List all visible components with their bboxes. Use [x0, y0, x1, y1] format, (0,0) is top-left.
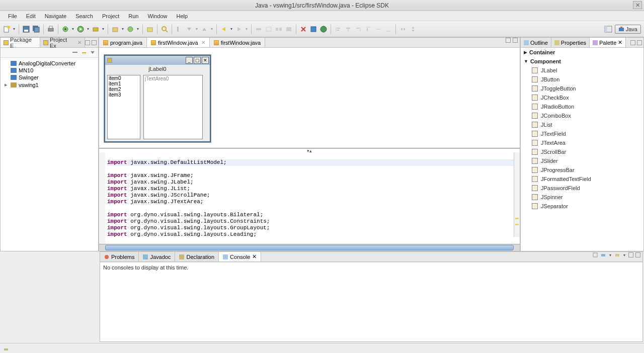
- menu-help[interactable]: Help: [173, 12, 192, 20]
- list-item[interactable]: item1: [108, 81, 140, 86]
- align-left-button[interactable]: [334, 25, 343, 34]
- next-annotation-button[interactable]: [185, 25, 194, 34]
- palette-item-jcombobox[interactable]: JComboBox: [521, 111, 643, 120]
- tb-icon-b[interactable]: [274, 25, 283, 34]
- run-last-button[interactable]: [91, 25, 100, 34]
- back-button[interactable]: [219, 25, 228, 34]
- swing-jlabel0[interactable]: jLabel0: [105, 65, 210, 73]
- palette-item-jpasswordfield[interactable]: JPasswordField: [521, 184, 643, 193]
- open-console-dropdown[interactable]: ▾: [622, 253, 626, 257]
- palette-item-jspinner[interactable]: JSpinner: [521, 193, 643, 202]
- palette-item-jtogglebutton[interactable]: JToggleButton: [521, 84, 643, 93]
- menu-navigate[interactable]: Navigate: [41, 12, 70, 20]
- minimize-panel-button[interactable]: [630, 40, 635, 45]
- window-close-button[interactable]: ✕: [633, 1, 642, 9]
- menu-window[interactable]: Window: [143, 12, 171, 20]
- palette-item-jslider[interactable]: JSlider: [521, 156, 643, 165]
- minimize-panel-button[interactable]: [85, 40, 90, 45]
- menu-search[interactable]: Search: [71, 12, 97, 20]
- toggle-mark-button[interactable]: [175, 25, 184, 34]
- swing-jlist[interactable]: item0 item1 item2 item3: [107, 75, 140, 139]
- open-type-button[interactable]: [145, 25, 154, 34]
- swing-maximize-button[interactable]: ▢: [194, 57, 201, 64]
- align-middle-button[interactable]: [374, 25, 383, 34]
- maximize-editor-button[interactable]: [513, 38, 518, 43]
- horizontal-scrollbar[interactable]: [99, 244, 520, 251]
- vswing-button[interactable]: [309, 25, 318, 34]
- console-tab[interactable]: Console✕: [219, 252, 261, 261]
- palette-item-jtextarea[interactable]: JTextArea: [521, 138, 643, 147]
- palette-item-jradiobutton[interactable]: JRadioButton: [521, 102, 643, 111]
- new-button[interactable]: [2, 25, 11, 34]
- align-top-button[interactable]: [364, 25, 373, 34]
- new-dropdown[interactable]: ▾: [12, 27, 16, 31]
- forward-button[interactable]: [234, 25, 244, 34]
- maximize-panel-button[interactable]: [635, 252, 640, 257]
- menu-project[interactable]: Project: [98, 12, 123, 20]
- maximize-panel-button[interactable]: [92, 40, 97, 45]
- list-item[interactable]: item0: [108, 75, 140, 81]
- palette-item-jcheckbox[interactable]: JCheckBox: [521, 93, 643, 102]
- editor-tab-program[interactable]: program.java: [99, 38, 147, 47]
- tb-icon-c[interactable]: [284, 25, 293, 34]
- same-width-button[interactable]: [398, 25, 408, 34]
- search-button[interactable]: [160, 25, 169, 34]
- project-explorer-tab[interactable]: Project Ex✕: [40, 38, 85, 47]
- palette-group-container[interactable]: ▶Container: [521, 48, 643, 57]
- outline-tab[interactable]: Outline: [521, 38, 551, 47]
- palette-item-jlabel[interactable]: JLabel: [521, 66, 643, 75]
- swing-jtextarea[interactable]: jTextArea0: [143, 75, 203, 139]
- next-annotation-dropdown[interactable]: ▾: [195, 27, 199, 31]
- palette-tab[interactable]: Palette✕: [590, 38, 626, 47]
- same-height-button[interactable]: [409, 25, 418, 34]
- display-console-button[interactable]: [600, 252, 606, 258]
- prev-annotation-dropdown[interactable]: ▾: [210, 27, 214, 31]
- swing-preview-window[interactable]: _ ▢ ✕ jLabel0 item0 item1 item2 item3 jT…: [104, 55, 211, 142]
- visual-designer[interactable]: _ ▢ ✕ jLabel0 item0 item1 item2 item3 jT…: [99, 48, 520, 148]
- palette-item-jseparator[interactable]: JSeparator: [521, 202, 643, 211]
- run-last-dropdown[interactable]: ▾: [101, 27, 105, 31]
- tree-item-swinger[interactable]: Swinger: [3, 74, 96, 81]
- collapse-all-button[interactable]: [72, 50, 78, 56]
- palette-group-component[interactable]: ▼Component: [521, 57, 643, 66]
- open-console-button[interactable]: [614, 252, 620, 258]
- java-perspective-button[interactable]: Java: [615, 25, 641, 34]
- menu-file[interactable]: File: [4, 12, 21, 20]
- tree-item-vswing1[interactable]: ▸vswing1: [3, 81, 96, 89]
- align-right-button[interactable]: [354, 25, 363, 34]
- pin-console-button[interactable]: [592, 252, 598, 258]
- pin-button[interactable]: [254, 25, 263, 34]
- new-class-dropdown[interactable]: ▾: [136, 27, 140, 31]
- tree-item-analogdigitalconverter[interactable]: AnalogDigitalConverter: [3, 60, 96, 67]
- run-button[interactable]: [76, 25, 85, 34]
- javadoc-tab[interactable]: Javadoc: [139, 252, 175, 261]
- palette-item-jlist[interactable]: JList: [521, 120, 643, 129]
- print-button[interactable]: [46, 25, 55, 34]
- view-menu-button[interactable]: [90, 50, 96, 56]
- save-button[interactable]: [22, 25, 31, 34]
- declaration-tab[interactable]: Declaration: [175, 252, 219, 261]
- new-package-button[interactable]: [111, 25, 120, 34]
- delete-button[interactable]: [299, 25, 308, 34]
- display-console-dropdown[interactable]: ▾: [608, 253, 612, 257]
- prev-annotation-button[interactable]: [200, 25, 209, 34]
- package-explorer-tab[interactable]: Package E: [1, 38, 40, 47]
- warning-marker[interactable]: [515, 218, 519, 219]
- close-tab-icon[interactable]: ✕: [201, 40, 205, 45]
- close-icon[interactable]: ✕: [77, 40, 82, 45]
- swing-close-button[interactable]: ✕: [202, 57, 209, 64]
- palette-item-jscrollbar[interactable]: JScrollBar: [521, 147, 643, 156]
- list-item[interactable]: item3: [108, 92, 140, 98]
- tb-icon-a[interactable]: [264, 25, 273, 34]
- warning-marker[interactable]: [515, 224, 519, 225]
- minimize-panel-button[interactable]: [628, 252, 633, 257]
- open-perspective-button[interactable]: [604, 25, 613, 34]
- editor-tab-firstwindow-active[interactable]: firstWindow.java✕: [147, 38, 209, 47]
- overview-ruler[interactable]: [514, 152, 520, 237]
- new-class-button[interactable]: [126, 25, 135, 34]
- palette-item-jtextfield[interactable]: JTextField: [521, 129, 643, 138]
- back-dropdown[interactable]: ▾: [229, 27, 233, 31]
- run-dropdown[interactable]: ▾: [86, 27, 90, 31]
- properties-tab[interactable]: Properties: [551, 38, 590, 47]
- close-icon[interactable]: ✕: [618, 39, 622, 46]
